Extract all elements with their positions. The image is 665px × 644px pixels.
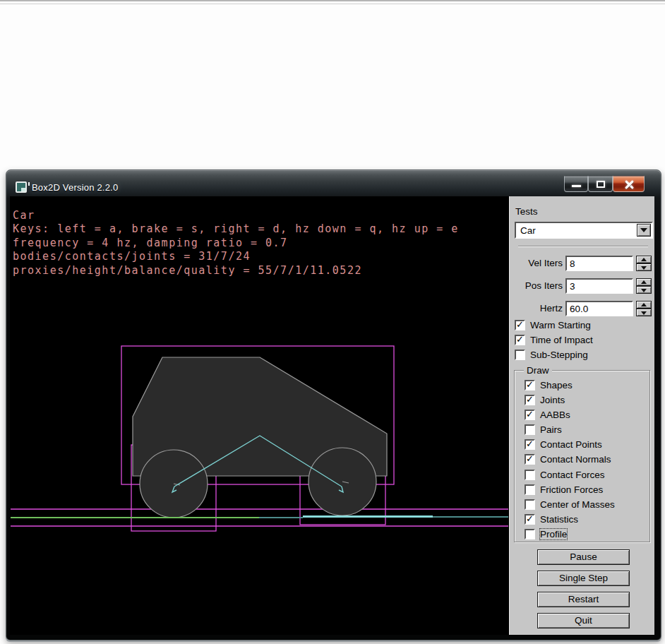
checkbox-label: Sub-Stepping: [530, 350, 588, 360]
draw-group: Draw Shapes Joints AABBs Pairs: [514, 370, 650, 542]
maximize-icon: [597, 181, 605, 188]
background-edge-line: [0, 0, 665, 1]
checkbox-box[interactable]: [525, 514, 535, 525]
vel-iters-spinner: [636, 256, 652, 271]
checkbox-label: Contact Forces: [540, 470, 605, 480]
spin-down-button[interactable]: [636, 286, 652, 294]
vel-iters-label: Vel Iters: [510, 256, 563, 271]
control-panel: Tests Car Vel Iters Pos Iters: [509, 196, 654, 635]
checkbox-box[interactable]: [515, 335, 525, 345]
checkbox-label: Joints: [540, 395, 565, 405]
checkbox-box[interactable]: [525, 484, 535, 495]
app-icon: [16, 181, 27, 193]
stat-line-test-name: Car: [13, 210, 35, 221]
minimize-icon: [572, 185, 581, 187]
tests-dropdown[interactable]: Car: [515, 222, 653, 239]
stat-line-frequency: frequency = 4 hz, damping ratio = 0.7: [13, 237, 288, 249]
checkbox-box[interactable]: [525, 439, 535, 450]
simulation-canvas[interactable]: Car Keys: left = a, brake = s, right = d…: [10, 196, 509, 635]
pos-iters-spinner: [636, 278, 652, 294]
checkbox-box[interactable]: [515, 320, 525, 330]
checkbox-label: Contact Points: [540, 439, 602, 450]
arrow-up-icon: [641, 258, 647, 261]
checkbox-label: AABBs: [540, 410, 570, 420]
background-edge-line: [0, 4, 665, 4]
pos-iters-label: Pos Iters: [510, 278, 563, 294]
checkbox-label: Center of Masses: [540, 499, 615, 510]
checkbox-box[interactable]: [525, 380, 535, 390]
spin-down-button[interactable]: [636, 263, 652, 271]
restart-button[interactable]: Restart: [537, 592, 630, 607]
checkbox-box[interactable]: [515, 350, 525, 360]
desktop: Box2D Version 2.2.0: [0, 0, 665, 644]
close-button[interactable]: [613, 176, 645, 192]
arrow-down-icon: [641, 266, 647, 270]
arrow-up-icon: [641, 303, 647, 306]
box2d-window: Box2D Version 2.2.0: [6, 169, 661, 640]
checkbox-label: Statistics: [540, 514, 578, 525]
quit-button[interactable]: Quit: [537, 613, 630, 628]
checkbox-box[interactable]: [525, 470, 535, 480]
checkbox-label: Shapes: [540, 380, 573, 390]
spin-up-button[interactable]: [636, 278, 652, 286]
tests-dropdown-value: Car: [520, 225, 536, 236]
pause-button[interactable]: Pause: [537, 549, 630, 565]
pos-iters-input[interactable]: [565, 278, 633, 294]
chevron-down-icon: [640, 228, 647, 232]
single-step-button[interactable]: Single Step: [537, 571, 630, 586]
checkbox-label: Profile: [540, 529, 567, 539]
checkbox-label: Warm Starting: [530, 320, 591, 330]
tests-label: Tests: [515, 206, 538, 217]
separator: [518, 246, 648, 247]
window-title: Box2D Version 2.2.0: [32, 182, 118, 193]
spin-down-button[interactable]: [636, 309, 652, 316]
stat-line-proxies: proxies/height/balance/quality = 55/7/1/…: [13, 265, 362, 276]
spin-up-button[interactable]: [636, 301, 652, 309]
vel-iters-input[interactable]: [565, 256, 633, 271]
pos-iters-row: Pos Iters: [510, 278, 655, 294]
spin-up-button[interactable]: [636, 256, 652, 263]
arrow-up-icon: [641, 280, 647, 284]
minimize-button[interactable]: [564, 176, 588, 192]
stat-line-bodies: bodies/contacts/joints = 31/7/24: [13, 251, 251, 262]
checkbox-box[interactable]: [525, 410, 535, 420]
arrow-down-icon: [641, 311, 647, 315]
app-icon-detail: [28, 182, 30, 186]
hertz-label: Hertz: [510, 301, 563, 316]
checkbox-label: Friction Forces: [540, 484, 603, 495]
hertz-row: Hertz: [510, 301, 655, 316]
vel-iters-row: Vel Iters: [510, 256, 655, 271]
stat-line-keys: Keys: left = a, brake = s, right = d, hz…: [13, 223, 459, 234]
hertz-input[interactable]: [565, 301, 633, 316]
app-icon-detail: [21, 188, 25, 191]
checkbox-label: Time of Impact: [530, 335, 593, 345]
checkbox-box[interactable]: [525, 499, 535, 510]
checkbox-box[interactable]: [525, 529, 535, 539]
checkbox-box[interactable]: [525, 395, 535, 405]
maximize-button[interactable]: [588, 176, 613, 192]
checkbox-label: Pairs: [540, 424, 562, 435]
hertz-spinner: [636, 301, 652, 316]
dropdown-arrow-button[interactable]: [637, 224, 651, 237]
checkbox-label: Contact Normals: [540, 454, 611, 465]
draw-group-label: Draw: [524, 365, 552, 376]
checkbox-box[interactable]: [525, 454, 535, 465]
checkbox-box[interactable]: [525, 424, 535, 435]
title-bar[interactable]: Box2D Version 2.2.0: [6, 170, 661, 196]
arrow-down-icon: [641, 289, 647, 292]
